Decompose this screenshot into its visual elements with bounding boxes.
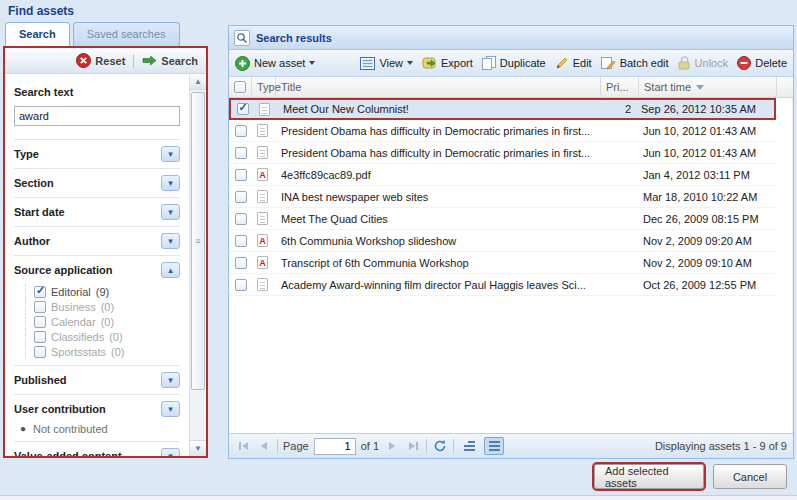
vertical-scrollbar[interactable]: ▲ ≡ ▼: [189, 74, 206, 456]
select-all-checkbox-cell: [229, 77, 252, 97]
chevron-up-icon[interactable]: ▴: [161, 262, 180, 278]
previous-page-icon[interactable]: [256, 438, 272, 454]
checkbox[interactable]: [34, 346, 46, 358]
filter-section-start-date: Start date ▾: [14, 197, 180, 226]
list-view-icon: [489, 441, 500, 451]
search-text-input[interactable]: [14, 106, 180, 126]
group-view-toggle[interactable]: [459, 437, 479, 455]
checkbox[interactable]: [34, 286, 46, 298]
scrollbar-thumb[interactable]: ≡: [191, 92, 205, 390]
chevron-down-icon[interactable]: ▾: [161, 175, 180, 191]
reset-label: Reset: [95, 55, 125, 67]
section-label: Published: [14, 374, 67, 386]
asset-type-icon: [257, 190, 268, 203]
lock-icon: [678, 56, 691, 70]
asset-type-icon: [259, 103, 270, 116]
row-checkbox[interactable]: [235, 147, 247, 159]
section-label: Source application: [14, 264, 112, 276]
first-page-icon[interactable]: [235, 438, 251, 454]
column-header-priority[interactable]: Pri...: [601, 77, 639, 97]
option-classifieds[interactable]: Classifieds (0): [22, 329, 180, 344]
reset-button[interactable]: Reset: [76, 53, 125, 68]
plus-icon: [235, 56, 250, 71]
section-label: Type: [14, 148, 39, 160]
dropdown-caret-icon: [309, 61, 315, 65]
column-header-title[interactable]: Title: [276, 77, 601, 97]
chevron-down-icon[interactable]: ▾: [161, 401, 180, 417]
pagination-bar: Page of 1 Displaying assets 1 - 9 of 9: [229, 433, 793, 458]
section-label: Section: [14, 177, 54, 189]
search-results-icon: [234, 30, 250, 46]
batch-edit-button[interactable]: Batch edit: [601, 56, 669, 70]
search-button[interactable]: Search: [142, 55, 198, 67]
row-checkbox[interactable]: [235, 257, 247, 269]
grid-body: Meet Our New Columnist! 2 Sep 26, 2012 1…: [229, 98, 793, 433]
option-sportsstats[interactable]: Sportsstats (0): [22, 344, 180, 359]
checkbox[interactable]: [34, 316, 46, 328]
chevron-down-icon[interactable]: ▾: [161, 146, 180, 162]
column-header-type[interactable]: Type: [252, 77, 276, 97]
chevron-down-icon[interactable]: ▾: [161, 448, 180, 456]
next-page-icon[interactable]: [384, 438, 400, 454]
refresh-icon[interactable]: [432, 438, 448, 454]
row-checkbox[interactable]: [237, 103, 249, 115]
window-bottom-edge: [0, 495, 797, 500]
checkbox[interactable]: [34, 301, 46, 313]
row-title: Meet Our New Columnist!: [278, 103, 598, 115]
table-row[interactable]: INA best newspaper web sites Mar 18, 201…: [229, 186, 776, 208]
table-row[interactable]: 4e3ffc89cac89.pdf Jan 4, 2012 03:11 PM: [229, 164, 776, 186]
row-checkbox[interactable]: [235, 279, 247, 291]
option-calendar[interactable]: Calendar (0): [22, 314, 180, 329]
row-start-time: Jun 10, 2012 01:43 AM: [638, 147, 776, 159]
filter-section-published: Published ▾: [14, 365, 180, 394]
scroll-up-arrow-icon[interactable]: ▲: [190, 74, 206, 90]
page-number-input[interactable]: [314, 438, 356, 455]
cancel-button[interactable]: Cancel: [713, 464, 787, 489]
option-business[interactable]: Business (0): [22, 299, 180, 314]
row-checkbox[interactable]: [235, 213, 247, 225]
row-priority: 2: [598, 103, 636, 115]
results-toolbar: New asset View Export Duplicate Edit Bat…: [229, 50, 793, 77]
tab-saved-searches[interactable]: Saved searches: [73, 22, 180, 46]
row-checkbox[interactable]: [235, 169, 247, 181]
unlock-button[interactable]: Unlock: [678, 56, 729, 70]
header-gutter: [777, 77, 793, 97]
list-view-toggle[interactable]: [484, 437, 504, 455]
row-checkbox[interactable]: [235, 125, 247, 137]
table-row[interactable]: President Obama has difficulty in Democr…: [229, 120, 776, 142]
search-form-toolbar: Reset Search: [5, 48, 206, 74]
delete-button[interactable]: Delete: [737, 56, 787, 70]
table-row[interactable]: Academy Award-winning film director Paul…: [229, 274, 776, 296]
table-row[interactable]: Meet Our New Columnist! 2 Sep 26, 2012 1…: [229, 98, 776, 120]
new-asset-button[interactable]: New asset: [235, 56, 315, 71]
row-title: President Obama has difficulty in Democr…: [276, 125, 600, 137]
checkbox[interactable]: [34, 331, 46, 343]
duplicate-button[interactable]: Duplicate: [482, 56, 546, 70]
view-button[interactable]: View: [360, 57, 413, 70]
edit-button[interactable]: Edit: [555, 56, 592, 70]
last-page-icon[interactable]: [405, 438, 421, 454]
row-checkbox[interactable]: [235, 191, 247, 203]
row-start-time: Nov 2, 2009 09:20 AM: [638, 235, 776, 247]
row-start-time: Dec 26, 2009 08:15 PM: [638, 213, 776, 225]
select-all-checkbox[interactable]: [234, 81, 246, 93]
chevron-down-icon[interactable]: ▾: [161, 233, 180, 249]
scroll-down-arrow-icon[interactable]: ▼: [190, 440, 206, 456]
add-selected-assets-button[interactable]: Add selected assets: [594, 464, 704, 489]
section-label: Start date: [14, 206, 65, 218]
row-start-time: Sep 26, 2012 10:35 AM: [636, 103, 774, 115]
row-checkbox[interactable]: [235, 235, 247, 247]
tab-search[interactable]: Search: [5, 22, 70, 46]
export-icon: [422, 56, 437, 70]
row-title: Academy Award-winning film director Paul…: [276, 279, 600, 291]
table-row[interactable]: Transcript of 6th Communia Workshop Nov …: [229, 252, 776, 274]
chevron-down-icon[interactable]: ▾: [161, 204, 180, 220]
column-header-start-time[interactable]: Start time: [639, 77, 777, 97]
table-row[interactable]: President Obama has difficulty in Democr…: [229, 142, 776, 164]
export-button[interactable]: Export: [422, 56, 473, 70]
option-editorial[interactable]: Editorial (9): [22, 284, 180, 299]
search-label: Search: [161, 55, 198, 67]
table-row[interactable]: Meet The Quad Cities Dec 26, 2009 08:15 …: [229, 208, 776, 230]
chevron-down-icon[interactable]: ▾: [161, 372, 180, 388]
table-row[interactable]: 6th Communia Workshop slideshow Nov 2, 2…: [229, 230, 776, 252]
